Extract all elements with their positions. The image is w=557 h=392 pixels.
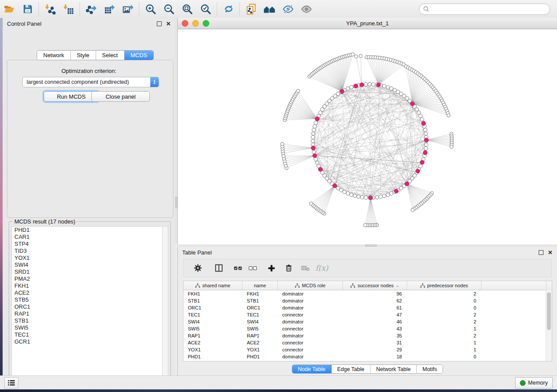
cell-predecessors[interactable]: 2: [407, 312, 481, 317]
cell-predecessors[interactable]: 0: [407, 305, 481, 310]
cell-name[interactable]: FKH1: [242, 291, 278, 296]
scrollbar-thumb[interactable]: [547, 292, 551, 330]
mcds-result-item[interactable]: SWI4: [12, 261, 163, 268]
zoom-out-button[interactable]: [160, 2, 178, 17]
cell-shared_name[interactable]: STB1: [183, 298, 242, 303]
run-mcds-button[interactable]: Run MCDS: [44, 91, 99, 102]
tab-style[interactable]: Style: [71, 51, 96, 60]
add-column-button[interactable]: [264, 261, 279, 275]
cell-predecessors[interactable]: 2: [407, 333, 481, 338]
table-row[interactable]: ORC1ORC1dominator610: [183, 304, 552, 311]
cell-shared_name[interactable]: FKH1: [183, 291, 242, 296]
cell-shared_name[interactable]: SWI4: [183, 319, 242, 324]
cell-role[interactable]: dominator: [278, 305, 343, 310]
search-box[interactable]: [419, 3, 550, 15]
mcds-result-item[interactable]: YOX1: [12, 254, 163, 261]
column-header-MCDS-role[interactable]: MCDS role: [278, 281, 343, 290]
cell-name[interactable]: RAP1: [242, 333, 278, 338]
table-row[interactable]: YOX1YOX1connector291: [183, 346, 552, 353]
task-history-button[interactable]: [4, 377, 18, 389]
cell-role[interactable]: dominator: [278, 319, 343, 324]
function-builder-button[interactable]: f(x): [315, 264, 328, 272]
table-settings-button[interactable]: [190, 261, 205, 275]
cell-predecessors[interactable]: 2: [407, 319, 481, 324]
cell-name[interactable]: ACE2: [242, 340, 278, 345]
column-header-empty[interactable]: [481, 281, 547, 290]
cell-name[interactable]: TEC1: [242, 312, 278, 317]
cell-role[interactable]: connector: [278, 340, 343, 345]
node-table[interactable]: shared namenameMCDS rolesuccessor nodes⌄…: [183, 281, 552, 361]
table-row[interactable]: TEC1TEC1connector472: [183, 311, 552, 318]
cell-shared_name[interactable]: SWI5: [183, 326, 242, 331]
cell-role[interactable]: dominator: [278, 354, 343, 359]
mcds-result-item[interactable]: RAP1: [12, 310, 163, 317]
search-input[interactable]: [432, 6, 546, 13]
mcds-result-item[interactable]: TEC1: [12, 331, 163, 338]
network-graph[interactable]: [178, 29, 557, 244]
cell-shared_name[interactable]: TEC1: [183, 312, 242, 317]
cell-name[interactable]: YOX1: [242, 347, 278, 352]
cell-name[interactable]: SWI5: [242, 326, 278, 331]
mcds-list-scrollbar[interactable]: [162, 226, 168, 382]
float-panel-icon[interactable]: [157, 21, 162, 26]
mcds-result-item[interactable]: FKH1: [12, 282, 163, 289]
cell-shared_name[interactable]: RAP1: [183, 333, 242, 338]
cell-successors[interactable]: 47: [343, 312, 407, 317]
mcds-result-item[interactable]: ORC1: [12, 303, 163, 310]
mcds-result-item[interactable]: GCR1: [12, 338, 163, 345]
hide-elements-button[interactable]: [279, 2, 297, 17]
tab-motifs[interactable]: Motifs: [417, 365, 443, 373]
table-row[interactable]: FKH1FKH1dominator962: [183, 290, 552, 297]
cell-predecessors[interactable]: 1: [407, 347, 481, 352]
zoom-in-button[interactable]: [142, 2, 160, 17]
table-row[interactable]: SWI5SWI5connector431: [183, 325, 552, 332]
export-image-button[interactable]: [119, 2, 137, 17]
cell-role[interactable]: dominator: [278, 298, 343, 303]
mcds-result-item[interactable]: SWI5: [12, 324, 163, 331]
cell-name[interactable]: ORC1: [242, 305, 278, 310]
refresh-layout-button[interactable]: [219, 2, 238, 17]
cell-shared_name[interactable]: YOX1: [183, 347, 242, 352]
open-file-button[interactable]: [0, 2, 18, 17]
cell-successors[interactable]: 46: [343, 319, 407, 324]
tab-mcds[interactable]: MCDS: [125, 51, 153, 60]
deselect-all-button[interactable]: [246, 261, 260, 275]
mcds-result-item[interactable]: STP4: [12, 241, 163, 248]
cell-successors[interactable]: 61: [343, 305, 407, 310]
cell-successors[interactable]: 29: [343, 347, 407, 352]
cell-name[interactable]: SWI4: [242, 319, 278, 324]
table-row[interactable]: PHD1PHD1dominator180: [183, 353, 552, 360]
tab-edge-table[interactable]: Edge Table: [332, 365, 370, 373]
mcds-result-item[interactable]: STB5: [12, 296, 163, 303]
cell-shared_name[interactable]: ACE2: [183, 340, 242, 345]
table-scrollbar[interactable]: [546, 290, 552, 361]
split-columns-button[interactable]: [211, 261, 226, 275]
import-network-button[interactable]: [41, 2, 59, 17]
show-elements-button[interactable]: [297, 2, 315, 17]
close-panel-icon[interactable]: ✕: [548, 251, 553, 254]
tab-select[interactable]: Select: [96, 51, 125, 60]
table-row[interactable]: STB1STB1dominator620: [183, 297, 552, 304]
delete-table-button[interactable]: [298, 261, 313, 275]
cell-name[interactable]: PHD1: [242, 354, 278, 359]
table-row[interactable]: SWI4SWI4dominator462: [183, 318, 552, 325]
cell-shared_name[interactable]: PHD1: [183, 354, 242, 359]
column-header-name[interactable]: name: [242, 281, 278, 290]
import-table-button[interactable]: [59, 2, 78, 17]
save-session-button[interactable]: [18, 2, 37, 17]
cell-predecessors[interactable]: 1: [407, 340, 481, 345]
cell-role[interactable]: connector: [278, 312, 343, 317]
mcds-result-item[interactable]: STB1: [12, 317, 163, 324]
network-window-titlebar[interactable]: YPA_prune.txt_1: [178, 18, 557, 29]
cell-role[interactable]: dominator: [278, 291, 343, 296]
criterion-dropdown[interactable]: largest connected component (undirected)…: [22, 77, 159, 87]
tab-network[interactable]: Network: [37, 51, 71, 60]
table-row[interactable]: ACE2ACE2connector311: [183, 339, 552, 346]
cell-role[interactable]: dominator: [278, 333, 343, 338]
table-row[interactable]: RAP1RAP1dominator352: [183, 332, 552, 339]
export-table-button[interactable]: [100, 2, 119, 17]
cell-predecessors[interactable]: 0: [407, 298, 481, 303]
export-network-button[interactable]: [82, 2, 100, 17]
mcds-result-item[interactable]: CAR1: [12, 234, 163, 241]
mcds-result-item[interactable]: PHD1: [12, 227, 163, 234]
